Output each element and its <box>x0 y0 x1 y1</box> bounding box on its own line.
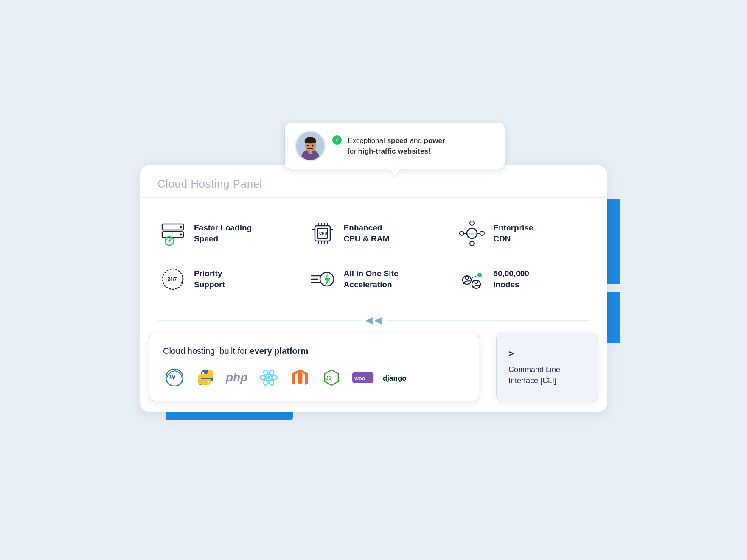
feature-enterprise-cdn: CDN EnterpriseCDN <box>448 210 598 256</box>
svg-point-37 <box>470 221 474 225</box>
svg-point-57 <box>475 281 478 284</box>
svg-text:woo: woo <box>354 375 365 381</box>
php-logo: php <box>226 366 249 389</box>
nav-arrow-left-1[interactable]: ◀ <box>365 315 373 326</box>
inodes-icon <box>458 266 486 293</box>
python-logo <box>194 366 217 389</box>
feature-faster-loading: Faster LoadingSpeed <box>149 210 299 256</box>
main-card: Cloud Hosting Panel <box>140 165 607 412</box>
svg-marker-53 <box>324 273 330 285</box>
cpu-icon: CPU <box>309 220 336 247</box>
svg-text:JS: JS <box>326 376 331 381</box>
woocommerce-logo: woo <box>351 366 374 389</box>
svg-line-59 <box>470 276 477 278</box>
nodejs-logo: JS <box>320 366 343 389</box>
feature-priority-support: 24/7 PrioritySupport <box>149 256 299 302</box>
outer-wrapper: ✓ Exceptional speed and power for high-t… <box>140 148 607 412</box>
svg-point-64 <box>208 381 210 383</box>
feature-label-cdn: EnterpriseCDN <box>493 222 533 244</box>
feature-label-inodes: 50,00,000Inodes <box>493 268 529 290</box>
bubble-content: ✓ Exceptional speed and power for high-t… <box>332 135 445 157</box>
nav-section: ◀ ◀ <box>140 311 607 326</box>
nav-arrows[interactable]: ◀ ◀ <box>365 315 382 326</box>
svg-point-69 <box>267 376 270 379</box>
wordpress-logo: W <box>163 366 186 389</box>
magento-logo <box>289 366 312 389</box>
bottom-wrapper: Cloud hosting, built for every platform … <box>140 326 607 412</box>
support-247-icon: 24/7 <box>159 266 186 293</box>
cli-label: Command LineInterface [CLI] <box>508 364 586 386</box>
cli-card: >_ Command LineInterface [CLI] <box>496 333 598 401</box>
testimonial-bubble: ✓ Exceptional speed and power for high-t… <box>284 123 505 169</box>
platform-title: Cloud hosting, built for every platform <box>163 345 465 357</box>
svg-text:CDN: CDN <box>469 232 477 236</box>
panel-title: Cloud Hosting Panel <box>157 177 262 190</box>
svg-point-12 <box>180 234 182 236</box>
django-logo: django <box>383 366 406 389</box>
feature-inodes: 50,00,000Inodes <box>448 256 598 302</box>
nav-arrow-left-2[interactable]: ◀ <box>374 315 382 326</box>
nav-track-right <box>386 320 590 321</box>
svg-text:django: django <box>383 374 406 382</box>
svg-point-55 <box>466 277 469 280</box>
platform-card: Cloud hosting, built for every platform … <box>149 333 479 401</box>
svg-point-39 <box>470 241 474 246</box>
feature-acceleration: All in One SiteAcceleration <box>299 256 449 302</box>
svg-text:24/7: 24/7 <box>168 277 177 282</box>
features-grid: Faster LoadingSpeed CPU <box>140 198 607 311</box>
svg-text:php: php <box>226 371 247 384</box>
cli-prompt: >_ <box>508 348 586 358</box>
svg-text:CPU: CPU <box>319 231 327 235</box>
feature-enhanced-cpu: CPU <box>299 210 449 256</box>
speed-icon <box>159 220 186 247</box>
check-icon: ✓ <box>332 135 342 145</box>
nav-track-left <box>157 320 361 321</box>
svg-point-8 <box>312 145 314 147</box>
acceleration-icon <box>309 266 336 293</box>
svg-text:W: W <box>169 374 176 381</box>
feature-label-priority-support: PrioritySupport <box>194 268 225 290</box>
feature-label-enhanced-cpu: EnhancedCPU & RAM <box>344 222 390 244</box>
svg-point-7 <box>307 145 309 147</box>
platform-logos: W php <box>163 366 465 389</box>
svg-point-58 <box>477 273 482 277</box>
svg-point-15 <box>168 240 170 242</box>
bubble-text: Exceptional speed and power for high-tra… <box>348 135 445 157</box>
svg-rect-6 <box>305 140 316 143</box>
feature-label-acceleration: All in One SiteAcceleration <box>344 268 399 290</box>
feature-label-faster-loading: Faster LoadingSpeed <box>194 222 252 244</box>
cdn-icon: CDN <box>458 220 486 247</box>
svg-point-38 <box>480 231 484 235</box>
svg-point-63 <box>202 372 205 375</box>
svg-point-40 <box>460 231 464 235</box>
card-header: Cloud Hosting Panel <box>140 165 607 198</box>
svg-point-11 <box>180 226 182 228</box>
avatar <box>295 131 326 161</box>
react-logo <box>257 366 280 389</box>
